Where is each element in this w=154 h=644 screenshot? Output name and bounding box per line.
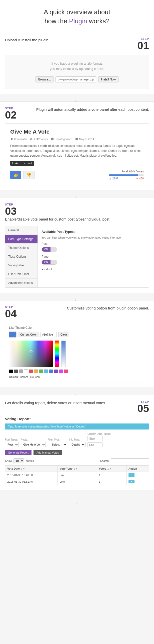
row1-action: ✕ <box>126 472 149 478</box>
sidebar-item-post-type-settings[interactable]: Post Type Settings <box>5 235 38 244</box>
swatch-blue[interactable] <box>49 369 53 373</box>
post-type-product-row: Product <box>42 268 145 271</box>
swatch-dark-gray[interactable] <box>14 369 18 373</box>
step-03-section: STEP 03 Enable/disable vote panel for cu… <box>0 198 154 293</box>
color-hex-input[interactable] <box>40 332 57 337</box>
vote-meta: Xenioushk 1742 Views Uncategorized May 8… <box>10 138 144 141</box>
filter-type-select[interactable]: - Select - <box>48 442 67 447</box>
step-04-title-block: Customize voting option from plugin opti… <box>25 305 149 311</box>
upload-box: If you have a plugin in a .zip format, y… <box>5 55 149 89</box>
swatch-teal[interactable] <box>44 369 48 373</box>
col-votes[interactable]: Votes ▲▼ <box>97 466 126 472</box>
vote-counts: ▲ 2197 ▼ 450 <box>109 177 144 180</box>
step-05-header: Get details voting report, delete votes … <box>5 400 149 414</box>
color-alpha-bar[interactable] <box>61 341 66 367</box>
swatch-white[interactable] <box>24 369 28 373</box>
generate-report-button[interactable]: Generate Report <box>5 450 32 455</box>
table-row: 2016-01-30 01:31:46 Like 1 ✕ <box>5 478 149 485</box>
post-toggle[interactable]: ON <box>42 247 57 252</box>
step-05-section: Get details voting report, delete votes … <box>0 395 154 490</box>
swatch-black[interactable] <box>9 369 13 373</box>
vote-bar-container <box>109 174 144 176</box>
entries-select[interactable]: 10 <box>14 458 24 463</box>
vote-bar-fill <box>109 174 138 176</box>
vote-count-down: ▼ 450 <box>136 177 144 180</box>
bottom-arrow: ⋮↓ <box>0 490 154 507</box>
row1-delete-button[interactable]: ✕ <box>128 473 134 477</box>
color-swatch-display <box>9 332 16 338</box>
post-toggle-on: ON <box>42 247 50 252</box>
spectrum-white-overlay <box>9 341 53 367</box>
current-color-button[interactable]: Current Color <box>18 332 39 337</box>
vote-stats: Total:2647 Votes ▲ 2197 ▼ 450 <box>109 170 144 180</box>
settings-main-title: Available Post Types: <box>42 230 145 234</box>
step-01-title-block: Upload & install the plugin. <box>5 37 137 43</box>
color-spectrum[interactable] <box>9 341 53 367</box>
svg-rect-3 <box>51 138 54 140</box>
date-start-input[interactable] <box>88 436 102 441</box>
row1-votes: 1 <box>97 472 126 478</box>
sidebar-item-voting-filter[interactable]: Voting Filter <box>5 261 38 270</box>
swatch-gray[interactable] <box>19 369 23 373</box>
color-clear-button[interactable]: Clear <box>58 332 69 337</box>
search-input[interactable] <box>111 458 149 463</box>
swatch-red[interactable] <box>29 369 33 373</box>
swatch-violet[interactable] <box>59 369 63 373</box>
swatch-orange[interactable] <box>34 369 38 373</box>
add-manual-votes-button[interactable]: Add Manual Votes <box>34 450 62 455</box>
color-picker-label: Like Thumb Color <box>9 326 145 330</box>
arrow-icon-3: ⋮↓ <box>74 291 80 301</box>
sidebar-item-user-role-filter[interactable]: User Role Filter <box>5 270 38 279</box>
step-01-title: Upload & install the plugin. <box>5 37 137 43</box>
row2-delete-button[interactable]: ✕ <box>128 480 134 483</box>
custom-date-label: Custom Date Range: <box>88 433 111 435</box>
header-plugin-highlight: Plugin <box>69 17 87 25</box>
filter-type-label: Filter Type: <box>48 438 67 441</box>
report-tip: Tips: To remove voting data select "Info… <box>5 423 149 430</box>
arrow-divider-2: ⋮↓ <box>0 190 154 198</box>
vote-like-button[interactable]: 👍 <box>10 171 21 179</box>
custom-date-group: Custom Date Range: <box>88 433 111 447</box>
install-now-button[interactable]: Install Now <box>98 76 118 82</box>
page-toggle-on: ON <box>42 260 50 264</box>
swatch-purple[interactable] <box>54 369 58 373</box>
svg-rect-4 <box>76 138 78 140</box>
filter-posts-label: Posts: <box>21 438 46 441</box>
meta-views: 1742 Views <box>30 138 48 141</box>
sidebar-item-tipsy-options[interactable]: Tipsy Options <box>5 252 38 261</box>
settings-desc: You can filter where you want to show au… <box>42 236 145 239</box>
date-end-input[interactable] <box>88 442 102 447</box>
step-04-num-block: STEP 04 <box>5 305 20 319</box>
swatch-pink[interactable] <box>64 369 68 373</box>
col-vote-date[interactable]: Vote Date ▲▼ <box>5 466 58 472</box>
col-vote-type[interactable]: Vote Type ▲▼ <box>58 466 97 472</box>
vote-buttons-row: 👍 👎 Total:2647 Votes ▲ 2197 ▼ 450 <box>10 170 144 180</box>
sidebar-item-general[interactable]: General <box>5 226 38 235</box>
step-01-header: Upload & install the plugin. STEP 01 <box>5 37 149 51</box>
arrow-icon-2: ⋮↓ <box>74 189 80 199</box>
color-picker-demo: Like Thumb Color Current Color Clear <box>5 322 149 382</box>
sidebar-item-advanced-options[interactable]: Advanced Options <box>5 279 38 287</box>
report-filters: Post Types: Post Posts: Give Me A Vote F… <box>5 433 149 447</box>
color-hue-bar[interactable] <box>55 341 59 367</box>
bottom-arrow-icon: ⋮↓ <box>0 495 154 505</box>
table-row: 2016-01-30 10:48:38 Like 1 ✕ <box>5 472 149 478</box>
swatch-green[interactable] <box>39 369 43 373</box>
arrow-divider-1: ⋮↓ <box>0 94 154 101</box>
color-swatches-row <box>9 369 145 373</box>
spectrum-cursor[interactable] <box>30 350 32 353</box>
col-action: Action <box>126 466 149 472</box>
filter-post-types-select[interactable]: Post <box>5 442 19 447</box>
sort-vote-type-icon: ▲▼ <box>73 468 78 470</box>
filter-posts-select[interactable]: Give Me A Vote <box>21 442 46 447</box>
step-04-header: STEP 04 Customize voting option from plu… <box>5 305 149 319</box>
vote-dislike-button[interactable]: 👎 <box>23 171 35 179</box>
filter-info-select[interactable]: Details <box>69 442 86 447</box>
browse-button[interactable]: Browse... <box>36 76 54 82</box>
sidebar-item-theme-options[interactable]: Theme Options <box>5 244 38 252</box>
file-name-display: bwl-pro-voting-manager.zip <box>56 76 96 82</box>
page-toggle[interactable]: ON <box>42 260 57 265</box>
step-01-number: 01 <box>137 40 149 51</box>
filter-post-types-group: Post Types: Post <box>5 438 19 447</box>
post-type-product-label: Product <box>42 268 145 271</box>
